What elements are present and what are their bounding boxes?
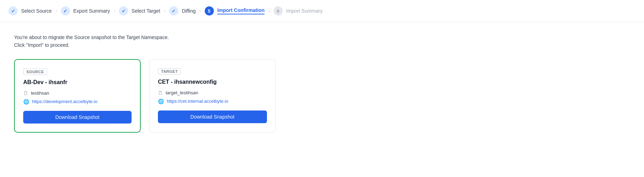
target-url-row: 🌐 https://cet.internal.accelbyte.io xyxy=(158,99,267,104)
target-url-link[interactable]: https://cet.internal.accelbyte.io xyxy=(167,99,228,104)
source-namespace-row: 🗒 testihsan xyxy=(23,90,132,96)
target-download-button[interactable]: Download Snapshot xyxy=(158,110,267,123)
globe-icon-source: 🌐 xyxy=(23,99,29,105)
step-circle-select-target xyxy=(119,6,128,15)
source-card: SOURCE AB-Dev - ihsanfr 🗒 testihsan 🌐 ht… xyxy=(14,59,141,133)
step-circle-select-source xyxy=(8,6,18,15)
page-container: Select Source › Export Summary › Select … xyxy=(0,0,644,177)
chevron-icon-4: › xyxy=(199,8,201,14)
step-circle-diffing xyxy=(169,6,178,15)
step-select-target: Select Target xyxy=(119,6,160,15)
file-icon-source: 🗒 xyxy=(23,90,28,96)
main-content: You're about to migrate the Source snaps… xyxy=(0,22,644,144)
description-line1: You're about to migrate the Source snaps… xyxy=(14,33,630,41)
step-label-select-target: Select Target xyxy=(132,8,160,14)
stepper: Select Source › Export Summary › Select … xyxy=(0,0,644,22)
step-label-export-summary: Export Summary xyxy=(74,8,110,14)
source-url-link[interactable]: https://development.accelbyte.io xyxy=(32,99,97,104)
source-namespace: testihsan xyxy=(31,90,49,96)
target-namespace-row: 🗒 target_testihsan xyxy=(158,90,267,96)
step-number-import-confirmation: 5 xyxy=(208,8,210,14)
step-export-summary: Export Summary xyxy=(61,6,110,15)
chevron-icon-5: › xyxy=(268,8,270,14)
step-circle-import-summary: 6 xyxy=(274,6,283,15)
source-url-row: 🌐 https://development.accelbyte.io xyxy=(23,99,132,105)
step-diffing: Diffing xyxy=(169,6,196,15)
step-select-source: Select Source xyxy=(8,6,52,15)
source-title: AB-Dev - ihsanfr xyxy=(23,79,132,86)
step-label-import-confirmation: Import Confirmation xyxy=(217,7,265,14)
cards-container: SOURCE AB-Dev - ihsanfr 🗒 testihsan 🌐 ht… xyxy=(14,59,630,133)
step-circle-export-summary xyxy=(61,6,70,15)
globe-icon-target: 🌐 xyxy=(158,99,164,104)
source-download-button[interactable]: Download Snapshot xyxy=(23,111,132,124)
chevron-icon-2: › xyxy=(114,8,115,14)
target-card: TARGET CET - ihsannewconfig 🗒 target_tes… xyxy=(149,59,276,133)
description: You're about to migrate the Source snaps… xyxy=(14,33,630,49)
step-import-confirmation: 5 Import Confirmation xyxy=(205,6,265,15)
target-badge: TARGET xyxy=(158,68,181,75)
step-label-diffing: Diffing xyxy=(182,8,196,14)
step-import-summary: 6 Import Summary xyxy=(274,6,323,15)
file-icon-target: 🗒 xyxy=(158,90,163,96)
source-badge: SOURCE xyxy=(23,69,47,75)
step-number-import-summary: 6 xyxy=(277,8,279,14)
step-label-select-source: Select Source xyxy=(21,8,52,14)
chevron-icon-1: › xyxy=(55,8,57,14)
step-circle-import-confirmation: 5 xyxy=(205,6,214,15)
target-title: CET - ihsannewconfig xyxy=(158,79,267,85)
chevron-icon-3: › xyxy=(164,8,166,14)
description-line2: Click "Import" to proceed. xyxy=(14,41,630,49)
target-namespace: target_testihsan xyxy=(166,90,198,95)
step-label-import-summary: Import Summary xyxy=(286,8,323,14)
